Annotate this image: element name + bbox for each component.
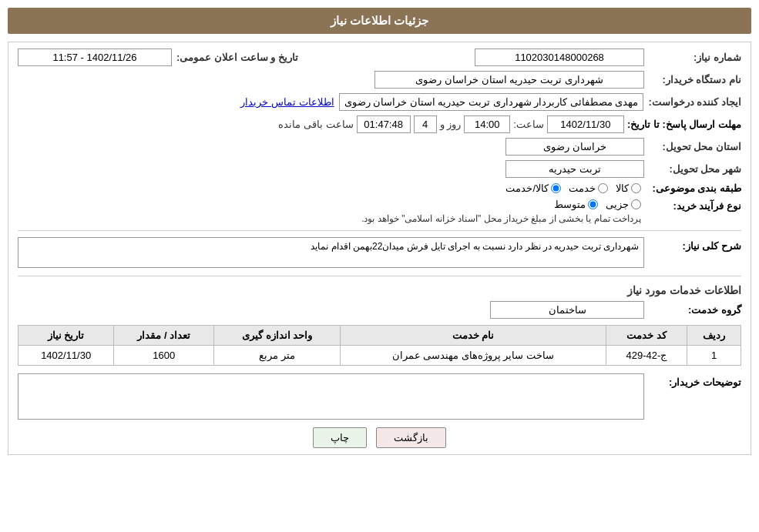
category-khadamat-item: خدمت (569, 182, 608, 194)
tawzihat-label: توضیحات خریدار: (649, 373, 741, 388)
row-sharh: شرح کلی نیاز: شهرداری تربت حیدریه در نظر… (18, 237, 741, 268)
announce-label: تاریخ و ساعت اعلان عمومی: (176, 52, 298, 63)
header-title: جزئیات اطلاعات نیاز (331, 14, 428, 27)
th-date: تاریخ نیاز (18, 326, 114, 346)
city-label: شهر محل تحویل: (649, 163, 741, 175)
cell-date: 1402/11/30 (18, 346, 114, 366)
deadline-time-label: ساعت: (513, 119, 544, 130)
deadline-days: 4 (414, 115, 437, 133)
row-province: استان محل تحویل: خراسان رضوی (18, 138, 741, 156)
creator-value: مهدی مصطفائی کاربردار شهرداری تربت حیدری… (339, 93, 644, 111)
proc-motavaset-item: متوسط (554, 199, 598, 210)
deadline-date: 1402/11/30 (547, 115, 624, 133)
main-content: شماره نیاز: 1102030148000268 تاریخ و ساع… (8, 42, 751, 455)
province-value: خراسان رضوی (505, 138, 644, 156)
back-button[interactable]: بازگشت (376, 427, 446, 448)
deadline-days-label: روز و (440, 119, 462, 130)
contact-link[interactable]: اطلاعات تماس خریدار (240, 96, 334, 108)
buttons-row: بازگشت چاپ (18, 427, 741, 448)
category-kala-khadamat-item: کالا/خدمت (505, 182, 561, 194)
table-row: 1 ج-42-429 ساخت سایر پروژه‌های مهندسی عم… (18, 346, 741, 366)
category-kala-label: کالا (616, 182, 629, 194)
row-category: طبقه بندی موضوعی: کالا خدمت کالا/خدمت (18, 182, 741, 194)
proc-jazyi-label: جزیی (606, 199, 629, 210)
proc-options: جزیی متوسط پرداخت تمام یا بخشی از مبلغ خ… (361, 199, 641, 224)
deadline-remaining-label: ساعت باقی مانده (278, 119, 353, 130)
proc-motavaset-radio[interactable] (588, 199, 598, 209)
row-org: نام دستگاه خریدار: شهرداری تربت حیدریه ا… (18, 71, 741, 89)
proc-options-row: جزیی متوسط (361, 199, 641, 210)
print-button[interactable]: چاپ (313, 427, 367, 448)
table-header-row: ردیف کد خدمت نام خدمت واحد اندازه گیری ت… (18, 326, 741, 346)
row-group: گروه خدمت: ساختمان (18, 301, 741, 319)
th-unit: واحد اندازه گیری (214, 326, 341, 346)
cell-row: 1 (687, 346, 741, 366)
category-khadamat-label: خدمت (569, 182, 596, 194)
row-creator: ایجاد کننده درخواست: مهدی مصطفائی کاربرد… (18, 93, 741, 111)
proc-jazyi-radio[interactable] (631, 199, 641, 209)
category-kala-khadamat-radio[interactable] (551, 183, 561, 193)
page-header: جزئیات اطلاعات نیاز (8, 8, 751, 34)
sharh-label: شرح کلی نیاز: (649, 237, 741, 252)
sharh-value: شهرداری تربت حیدریه در نظر دارد نسبت به … (18, 237, 644, 268)
proc-note: پرداخت تمام یا بخشی از مبلغ خریداز محل "… (361, 213, 641, 224)
category-kala-radio[interactable] (631, 183, 641, 193)
deadline-time: 14:00 (464, 115, 510, 133)
org-label: نام دستگاه خریدار: (649, 74, 741, 85)
tawzihat-box (18, 373, 644, 420)
group-label: گروه خدمت: (649, 304, 741, 316)
th-row: ردیف (687, 326, 741, 346)
row-proc: نوع فرآیند خرید: جزیی متوسط پرداخت تمام … (18, 199, 741, 224)
cell-unit: متر مربع (214, 346, 341, 366)
shem-label: شماره نیاز: (649, 52, 741, 63)
proc-label: نوع فرآیند خرید: (649, 199, 741, 212)
row-tawzihat: توضیحات خریدار: (18, 373, 741, 420)
th-code: کد خدمت (606, 326, 687, 346)
proc-jazyi-item: جزیی (606, 199, 641, 210)
announce-value: 1402/11/26 - 11:57 (18, 49, 172, 66)
city-value: تربت حیدریه (505, 160, 644, 178)
th-qty: تعداد / مقدار (114, 326, 214, 346)
category-khadamat-radio[interactable] (598, 183, 608, 193)
row-city: شهر محل تحویل: تربت حیدریه (18, 160, 741, 178)
services-table: ردیف کد خدمت نام خدمت واحد اندازه گیری ت… (18, 325, 741, 366)
category-kala-item: کالا (616, 182, 641, 194)
row-shem-announce: شماره نیاز: 1102030148000268 تاریخ و ساع… (18, 49, 741, 66)
divider-1 (18, 230, 741, 231)
cell-qty: 1600 (114, 346, 214, 366)
proc-motavaset-label: متوسط (554, 199, 586, 210)
group-value: ساختمان (490, 301, 644, 319)
org-value: شهرداری تربت حیدریه استان خراسان رضوی (374, 71, 644, 89)
row-deadline: مهلت ارسال پاسخ: تا تاریخ: 1402/11/30 سا… (18, 115, 741, 133)
divider-2 (18, 276, 741, 276)
shem-value: 1102030148000268 (475, 49, 644, 66)
deadline-label: مهلت ارسال پاسخ: تا تاریخ: (627, 119, 741, 130)
services-title: اطلاعات خدمات مورد نیاز (18, 284, 741, 296)
creator-label: ایجاد کننده درخواست: (648, 96, 741, 108)
cell-code: ج-42-429 (606, 346, 687, 366)
deadline-remaining: 01:47:48 (357, 115, 411, 133)
category-kala-khadamat-label: کالا/خدمت (505, 182, 549, 194)
category-label: طبقه بندی موضوعی: (649, 182, 741, 194)
province-label: استان محل تحویل: (649, 141, 741, 152)
th-name: نام خدمت (341, 326, 606, 346)
cell-name: ساخت سایر پروژه‌های مهندسی عمران (341, 346, 606, 366)
